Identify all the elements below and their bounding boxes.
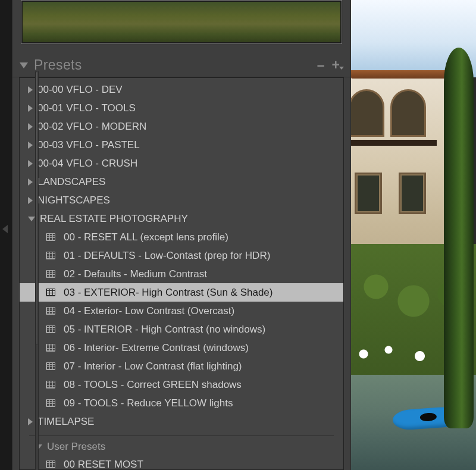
preset-label: 00 - RESET ALL (except lens profile)	[64, 231, 228, 243]
preset-label: 01 - DEFAULTS - Low-Contast (prep for HD…	[64, 250, 270, 262]
preset-grid-icon	[46, 289, 55, 296]
chevron-right-icon[interactable]	[28, 178, 33, 186]
preset-item[interactable]: 09 - TOOLS - Reduce YELLOW lights	[20, 394, 343, 412]
preset-item[interactable]: 06 - Interior- Extreme Contrast (windows…	[20, 339, 343, 357]
chevron-right-icon[interactable]	[28, 142, 33, 149]
preset-grid-icon	[46, 362, 55, 370]
presets-panel-header[interactable]: Presets – +	[12, 55, 350, 77]
preset-item[interactable]: 07 - Interior - Low Contrast (flat light…	[20, 357, 343, 375]
preset-grid-icon	[46, 307, 55, 315]
preset-folder[interactable]: 00-00 VFLO - DEV	[20, 80, 343, 99]
folder-label: TIMELAPSE	[37, 416, 94, 428]
preset-label: 03 - EXTERIOR- High Contrast (Sun & Shad…	[64, 287, 273, 299]
panel-add-button[interactable]: +	[332, 58, 340, 72]
chevron-right-icon[interactable]	[28, 197, 33, 204]
section-label: User Presets	[47, 441, 105, 453]
preset-item[interactable]: 04 - Exterior- Low Contrast (Overcast)	[20, 302, 343, 320]
image-preview-pane[interactable]	[351, 0, 476, 470]
divider	[29, 435, 334, 436]
folder-label: 00-04 VFLO - CRUSH	[37, 158, 137, 170]
preset-grid-icon	[46, 399, 55, 407]
preset-folder[interactable]: 00-02 VFLO - MODERN	[20, 117, 343, 136]
chevron-right-icon[interactable]	[28, 105, 33, 112]
preset-folder[interactable]: LANDSCAPES	[20, 173, 343, 191]
preset-folder[interactable]: 00-03 VFLO - PASTEL	[20, 136, 343, 154]
panel-scrollbar-track[interactable]	[35, 71, 39, 470]
preview-image	[351, 0, 476, 470]
chevron-right-icon[interactable]	[28, 86, 33, 93]
preset-folder[interactable]: 00-01 VFLO - TOOLS	[20, 99, 343, 117]
panel-disclosure-icon[interactable]	[20, 62, 28, 68]
chevron-right-icon[interactable]	[28, 160, 33, 167]
panel-minimize-button[interactable]: –	[317, 58, 325, 72]
folder-label: 00-01 VFLO - TOOLS	[37, 102, 136, 114]
folder-label: REAL ESTATE PHOTOGRAPHY	[40, 213, 188, 225]
preset-grid-icon	[46, 344, 55, 352]
preset-folder[interactable]: NIGHTSCAPES	[20, 191, 343, 209]
folder-label: 00-02 VFLO - MODERN	[37, 121, 146, 133]
folder-label: 00-00 VFLO - DEV	[37, 84, 123, 96]
thumbnail-frame	[21, 0, 342, 44]
panel-collapse-handle[interactable]	[2, 225, 8, 233]
preset-grid-icon	[46, 252, 55, 259]
preset-label: 09 - TOOLS - Reduce YELLOW lights	[64, 397, 233, 409]
folder-label: LANDSCAPES	[37, 176, 105, 188]
preset-folder[interactable]: TIMELAPSE	[20, 412, 343, 431]
preset-item[interactable]: 08 - TOOLS - Correct GREEN shadows	[20, 375, 343, 394]
panel-scrollbar-thumb[interactable]	[36, 71, 38, 345]
preset-label: 05 - INTERIOR - High Contrast (no window…	[64, 324, 265, 336]
preset-grid-icon	[46, 325, 55, 333]
navigator-thumbnail-area	[12, 0, 350, 55]
preset-item[interactable]: 00 - RESET ALL (except lens profile)	[20, 228, 343, 246]
preset-folder[interactable]: REAL ESTATE PHOTOGRAPHY	[20, 209, 343, 228]
preset-label: 06 - Interior- Extreme Contrast (windows…	[64, 342, 249, 354]
preset-grid-icon	[46, 381, 55, 388]
preset-item[interactable]: 03 - EXTERIOR- High Contrast (Sun & Shad…	[20, 283, 343, 302]
preset-grid-icon	[46, 460, 55, 468]
preset-label: 02 - Defaults - Medium Contrast	[64, 268, 207, 280]
presets-panel-column: Presets – + 00-00 VFLO - DEV00-01 VFLO -…	[12, 0, 351, 470]
preset-grid-icon	[46, 270, 55, 278]
panel-title: Presets	[34, 57, 310, 73]
chevron-right-icon[interactable]	[28, 123, 33, 130]
user-presets-section[interactable]: User Presets	[20, 438, 343, 455]
left-rail	[0, 0, 12, 470]
preset-label: 00 RESET MOST	[64, 459, 143, 471]
preset-item[interactable]: 01 - DEFAULTS - Low-Contast (prep for HD…	[20, 246, 343, 265]
thumbnail-image[interactable]	[23, 2, 340, 42]
presets-tree: 00-00 VFLO - DEV00-01 VFLO - TOOLS00-02 …	[19, 77, 344, 470]
chevron-down-icon[interactable]	[28, 217, 35, 221]
preset-item[interactable]: 02 - Defaults - Medium Contrast	[20, 265, 343, 283]
folder-label: 00-03 VFLO - PASTEL	[37, 139, 140, 151]
folder-label: NIGHTSCAPES	[37, 195, 110, 206]
preset-grid-icon	[46, 233, 55, 241]
preset-label: 08 - TOOLS - Correct GREEN shadows	[64, 379, 242, 391]
chevron-right-icon[interactable]	[28, 418, 33, 425]
preset-label: 04 - Exterior- Low Contrast (Overcast)	[64, 305, 234, 317]
preset-item[interactable]: 00 RESET MOST	[20, 455, 343, 470]
preset-folder[interactable]: 00-04 VFLO - CRUSH	[20, 154, 343, 173]
preset-label: 07 - Interior - Low Contrast (flat light…	[64, 361, 242, 372]
preset-item[interactable]: 05 - INTERIOR - High Contrast (no window…	[20, 320, 343, 339]
